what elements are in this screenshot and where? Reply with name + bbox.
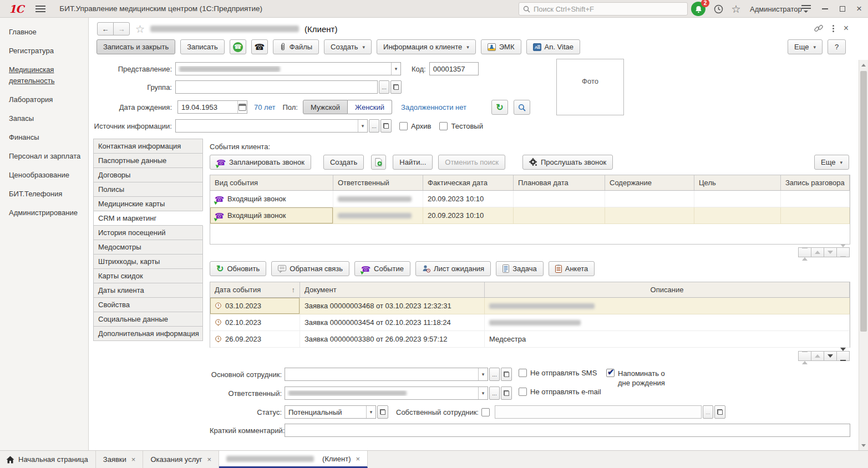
tab-close-icon[interactable]: × — [131, 455, 136, 464]
tab-close-icon[interactable]: × — [207, 455, 212, 464]
minimize-button[interactable] — [816, 0, 833, 18]
tab-socialnye-dannye[interactable]: Социальные данные — [93, 312, 203, 327]
create-based-on-button[interactable] — [371, 155, 386, 170]
vertical-scrollbar[interactable] — [859, 60, 868, 450]
tab-daty-klienta[interactable]: Даты клиента — [93, 283, 203, 298]
questionnaire-button[interactable]: Анкета — [549, 261, 595, 276]
listen-call-button[interactable]: Прослушать звонок — [522, 155, 613, 170]
tab-kontaktnaya-informaciya[interactable]: Контактная информация — [93, 139, 203, 154]
event-row[interactable]: ☎Входящий звонок 20.09.2023 10:10 — [210, 191, 850, 207]
go-prev-button[interactable] — [811, 351, 824, 361]
event-button[interactable]: ☎Событие — [354, 261, 410, 276]
document-row[interactable]: 02.10.2023 Заявка 00000003454 от 02.10.2… — [210, 314, 850, 331]
no-sms-checkbox[interactable] — [519, 369, 527, 377]
chevron-down-icon[interactable]: ▾ — [366, 406, 375, 418]
status-field[interactable]: Потенциальный ▾ — [285, 405, 376, 419]
responsible-open-button[interactable] — [501, 386, 512, 400]
events-cancel-search-button[interactable]: Отменить поиск — [438, 155, 505, 170]
tab-pasportnye-dannye[interactable]: Паспортные данные — [93, 153, 203, 168]
main-employee-open-button[interactable] — [501, 368, 512, 381]
sidebar-item-med-deyatelnost[interactable]: Медицинская деятельность — [9, 64, 84, 87]
taskbar-tab-client[interactable]: (Клиент) × — [219, 451, 368, 468]
tab-close-icon[interactable]: × — [356, 455, 361, 463]
no-email-checkbox[interactable] — [519, 388, 527, 396]
own-employee-open-button[interactable] — [714, 405, 725, 419]
col-planovaya-data[interactable]: Плановая дата — [514, 175, 605, 190]
user-menu[interactable]: Администратор — [750, 0, 802, 18]
event-row-selected[interactable]: ☎Входящий звонок 20.09.2023 10:10 — [210, 207, 850, 224]
status-open-button[interactable] — [377, 405, 388, 419]
main-employee-field[interactable]: ▾ — [285, 368, 488, 381]
tab-crm-i-marketing[interactable]: CRM и маркетинг — [93, 211, 203, 226]
global-search[interactable] — [519, 2, 688, 16]
forward-button[interactable]: → — [113, 22, 130, 35]
service-menu-icon[interactable] — [797, 0, 815, 18]
sidebar-item-cenoobrazovanie[interactable]: Ценообразование — [9, 170, 84, 181]
tab-shtrihkody-karty[interactable]: Штрихкоды, карты — [93, 254, 203, 269]
main-employee-choose-button[interactable]: ... — [489, 368, 500, 381]
schedule-call-button[interactable]: ☎Запланировать звонок — [210, 155, 311, 170]
taskbar-tab-okazaniya-uslug[interactable]: Оказания услуг × — [143, 451, 219, 468]
sidebar-item-bit-telefoniya[interactable]: БИТ.Телефония — [9, 189, 84, 200]
comment-field[interactable] — [285, 424, 850, 437]
birthday-reminder-checkbox[interactable] — [606, 369, 615, 377]
tab-dogovory[interactable]: Договоры — [93, 167, 203, 182]
sidebar-item-glavnoe[interactable]: Главное — [9, 27, 84, 38]
tab-karty-skidok[interactable]: Карты скидок — [93, 268, 203, 283]
window-close-button[interactable]: × — [851, 0, 867, 18]
history-icon[interactable] — [710, 0, 727, 18]
refresh-button[interactable]: ↻Обновить — [210, 261, 266, 276]
own-employee-choose-button[interactable]: ... — [703, 405, 713, 419]
favorites-star-icon[interactable]: ☆ — [728, 0, 744, 18]
go-first-button[interactable] — [798, 351, 811, 361]
main-menu-icon[interactable] — [35, 6, 45, 12]
tab-medosmotry[interactable]: Медосмотры — [93, 240, 203, 255]
taskbar-tab-home[interactable]: Начальная страница — [0, 451, 96, 468]
sidebar-item-finansy[interactable]: Финансы — [9, 132, 84, 143]
notifications-bell-icon[interactable]: 2 — [689, 0, 708, 18]
scrollbar-thumb[interactable] — [860, 71, 867, 332]
go-prev-button[interactable] — [811, 247, 824, 257]
go-last-button[interactable] — [836, 247, 850, 257]
sidebar-item-zapasy[interactable]: Запасы — [9, 113, 84, 124]
save-close-button[interactable]: Записать и закрыть — [97, 39, 175, 54]
tab-svojstva[interactable]: Свойства — [93, 297, 203, 312]
responsible-choose-button[interactable]: ... — [489, 386, 500, 400]
col-otvetstvennyj[interactable]: Ответственный — [333, 175, 423, 190]
col-soderzhanie[interactable]: Содержание — [605, 175, 694, 190]
col-vid-sobytiya[interactable]: Вид события — [210, 175, 333, 190]
feedback-button[interactable]: Обратная связь — [271, 261, 349, 276]
back-button[interactable]: ← — [97, 22, 114, 35]
col-dokument[interactable]: Документ — [300, 282, 485, 297]
responsible-field[interactable]: ▾ — [285, 386, 488, 400]
tab-medicinskie-karty[interactable]: Медицинские карты — [93, 196, 203, 211]
col-cel[interactable]: Цель — [694, 175, 781, 190]
tab-istoriya-poseshchenij[interactable]: История посещений — [93, 225, 203, 240]
search-input[interactable] — [534, 5, 683, 13]
go-last-button[interactable] — [836, 351, 850, 361]
favorite-star-icon[interactable]: ☆ — [135, 23, 145, 35]
chevron-down-icon[interactable]: ▾ — [478, 368, 488, 380]
scroll-down-arrow[interactable] — [860, 442, 867, 449]
sidebar-item-administrirovanie[interactable]: Администрирование — [9, 207, 84, 218]
scroll-up-arrow[interactable] — [860, 62, 867, 68]
sidebar-item-registratura[interactable]: Регистратура — [9, 45, 84, 57]
col-zapis-razgovora[interactable]: Запись разговора — [781, 175, 850, 190]
go-next-button[interactable] — [824, 351, 837, 361]
events-more-button[interactable]: Еще▾ — [814, 155, 849, 170]
sidebar-item-laboratoriya[interactable]: Лаборатория — [9, 94, 84, 105]
events-find-button[interactable]: Найти... — [393, 155, 433, 170]
chevron-down-icon[interactable]: ▾ — [478, 387, 488, 399]
go-next-button[interactable] — [824, 247, 837, 257]
maximize-button[interactable] — [834, 0, 851, 18]
document-row[interactable]: 26.09.2023 Заявка 00000003380 от 26.09.2… — [210, 331, 850, 348]
tab-dopolnitelnaya-informaciya[interactable]: Дополнительная информация — [93, 326, 203, 341]
task-button[interactable]: Задача — [496, 261, 544, 276]
tab-polisy[interactable]: Полисы — [93, 182, 203, 197]
document-row-selected[interactable]: 03.10.2023 Заявка 00000003468 от 03.10.2… — [210, 298, 850, 314]
taskbar-tab-zayavki[interactable]: Заявки × — [96, 451, 144, 468]
events-create-button[interactable]: Создать — [323, 155, 364, 170]
col-opisanie[interactable]: Описание — [485, 282, 850, 297]
own-employee-field[interactable] — [495, 405, 702, 419]
go-first-button[interactable] — [798, 247, 811, 257]
